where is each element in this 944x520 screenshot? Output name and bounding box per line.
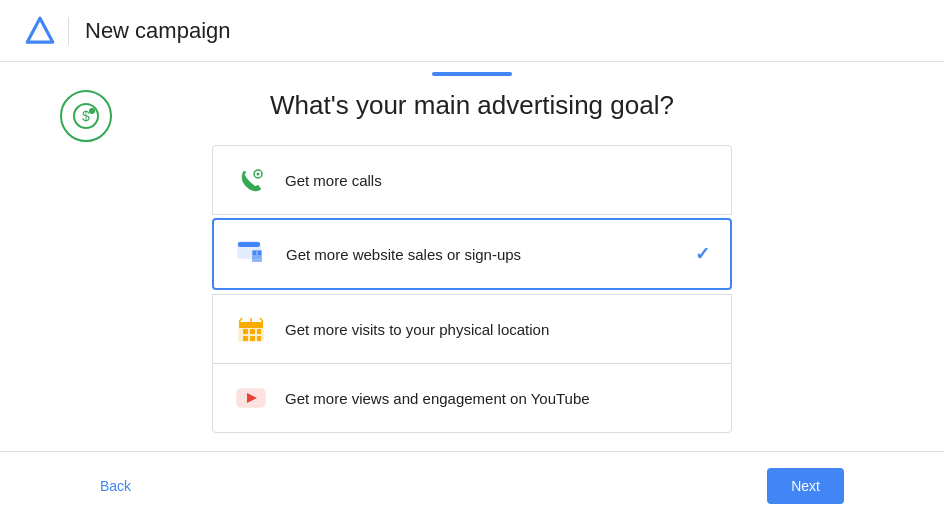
next-button[interactable]: Next bbox=[767, 468, 844, 504]
svg-rect-9 bbox=[253, 251, 256, 255]
svg-rect-10 bbox=[258, 251, 261, 255]
main-content: $ What's your main advertising goal? Get… bbox=[0, 80, 944, 433]
page-title: New campaign bbox=[85, 18, 231, 44]
store-icon bbox=[233, 311, 269, 347]
check-icon: ✓ bbox=[695, 243, 710, 265]
svg-marker-0 bbox=[27, 18, 53, 42]
option-visits[interactable]: Get more visits to your physical locatio… bbox=[212, 294, 732, 364]
svg-rect-14 bbox=[250, 329, 255, 334]
svg-line-20 bbox=[260, 318, 263, 322]
option-calls[interactable]: Get more calls bbox=[212, 145, 732, 215]
svg-rect-18 bbox=[257, 336, 261, 341]
google-ads-logo-icon bbox=[24, 15, 56, 47]
options-list: Get more calls Get more website sales or… bbox=[212, 145, 732, 433]
back-button[interactable]: Back bbox=[100, 478, 131, 494]
footer: Back Next bbox=[0, 451, 944, 520]
svg-point-3 bbox=[89, 108, 95, 114]
page-question: What's your main advertising goal? bbox=[270, 90, 674, 121]
svg-text:$: $ bbox=[82, 108, 90, 124]
svg-rect-13 bbox=[243, 329, 248, 334]
option-youtube-label: Get more views and engagement on YouTube bbox=[285, 390, 711, 407]
svg-rect-15 bbox=[257, 329, 261, 334]
svg-line-19 bbox=[239, 318, 242, 322]
svg-rect-16 bbox=[243, 336, 248, 341]
phone-icon bbox=[233, 162, 269, 198]
side-goal-icon: $ bbox=[60, 90, 112, 142]
header: New campaign bbox=[0, 0, 944, 62]
svg-rect-17 bbox=[250, 336, 255, 341]
website-icon bbox=[234, 236, 270, 272]
progress-area bbox=[0, 62, 944, 80]
header-divider bbox=[68, 17, 69, 45]
option-youtube[interactable]: Get more views and engagement on YouTube bbox=[212, 363, 732, 433]
option-website[interactable]: Get more website sales or sign-ups ✓ bbox=[212, 218, 732, 290]
option-website-label: Get more website sales or sign-ups bbox=[286, 246, 695, 263]
dollar-icon: $ bbox=[72, 102, 100, 130]
svg-rect-7 bbox=[238, 242, 260, 247]
svg-point-5 bbox=[257, 173, 260, 176]
youtube-icon bbox=[233, 380, 269, 416]
option-calls-label: Get more calls bbox=[285, 172, 711, 189]
svg-rect-12 bbox=[239, 322, 263, 328]
progress-bar bbox=[432, 72, 512, 76]
option-visits-label: Get more visits to your physical locatio… bbox=[285, 321, 711, 338]
